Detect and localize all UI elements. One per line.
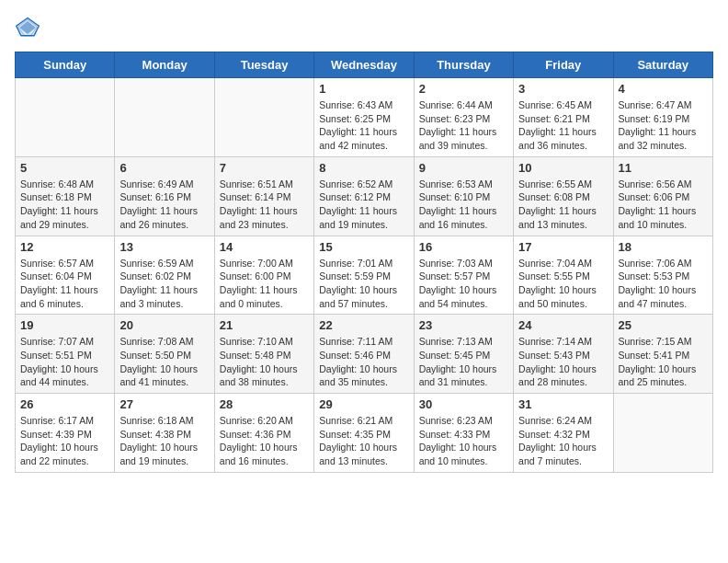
calendar-header-row: SundayMondayTuesdayWednesdayThursdayFrid… (16, 52, 713, 78)
day-of-week-header: Thursday (414, 52, 513, 78)
page-header (15, 15, 713, 40)
day-of-week-header: Monday (115, 52, 214, 78)
calendar-cell: 30Sunrise: 6:23 AM Sunset: 4:33 PM Dayli… (414, 394, 513, 473)
calendar-cell (214, 78, 313, 157)
day-of-week-header: Tuesday (214, 52, 313, 78)
day-of-week-header: Friday (514, 52, 613, 78)
calendar-cell: 25Sunrise: 7:15 AM Sunset: 5:41 PM Dayli… (613, 315, 712, 394)
calendar-cell: 27Sunrise: 6:18 AM Sunset: 4:38 PM Dayli… (115, 394, 214, 473)
calendar-cell: 12Sunrise: 6:57 AM Sunset: 6:04 PM Dayli… (16, 236, 115, 315)
calendar-cell: 29Sunrise: 6:21 AM Sunset: 4:35 PM Dayli… (314, 394, 414, 473)
calendar-week-row: 12Sunrise: 6:57 AM Sunset: 6:04 PM Dayli… (16, 236, 713, 315)
calendar-cell: 16Sunrise: 7:03 AM Sunset: 5:57 PM Dayli… (414, 236, 513, 315)
day-number: 9 (419, 161, 508, 175)
day-number: 19 (20, 318, 109, 332)
calendar-cell: 19Sunrise: 7:07 AM Sunset: 5:51 PM Dayli… (16, 315, 115, 394)
day-of-week-header: Wednesday (314, 52, 414, 78)
day-info: Sunrise: 7:01 AM Sunset: 5:59 PM Dayligh… (319, 257, 408, 311)
calendar-week-row: 1Sunrise: 6:43 AM Sunset: 6:25 PM Daylig… (16, 78, 713, 157)
day-info: Sunrise: 7:00 AM Sunset: 6:00 PM Dayligh… (220, 257, 309, 311)
day-info: Sunrise: 6:53 AM Sunset: 6:10 PM Dayligh… (419, 178, 508, 232)
calendar-cell: 5Sunrise: 6:48 AM Sunset: 6:18 PM Daylig… (16, 156, 115, 236)
day-number: 6 (119, 161, 209, 175)
day-info: Sunrise: 7:06 AM Sunset: 5:53 PM Dayligh… (619, 257, 708, 311)
calendar-cell: 20Sunrise: 7:08 AM Sunset: 5:50 PM Dayli… (115, 315, 214, 394)
day-number: 31 (518, 397, 608, 411)
day-info: Sunrise: 6:18 AM Sunset: 4:38 PM Dayligh… (119, 414, 209, 468)
day-info: Sunrise: 7:04 AM Sunset: 5:55 PM Dayligh… (518, 257, 608, 311)
calendar-cell: 11Sunrise: 6:56 AM Sunset: 6:06 PM Dayli… (613, 156, 712, 236)
day-info: Sunrise: 6:45 AM Sunset: 6:21 PM Dayligh… (518, 98, 608, 153)
calendar-cell: 24Sunrise: 7:14 AM Sunset: 5:43 PM Dayli… (514, 315, 613, 394)
day-number: 12 (20, 240, 109, 254)
calendar-cell (115, 78, 214, 157)
day-number: 21 (220, 318, 309, 332)
day-number: 2 (419, 82, 508, 96)
day-number: 7 (220, 161, 309, 175)
calendar-cell: 1Sunrise: 6:43 AM Sunset: 6:25 PM Daylig… (314, 78, 414, 157)
calendar-cell: 17Sunrise: 7:04 AM Sunset: 5:55 PM Dayli… (514, 236, 613, 315)
day-info: Sunrise: 6:48 AM Sunset: 6:18 PM Dayligh… (20, 178, 109, 232)
day-info: Sunrise: 7:10 AM Sunset: 5:48 PM Dayligh… (220, 335, 309, 389)
day-number: 17 (518, 240, 608, 254)
day-of-week-header: Saturday (613, 52, 712, 78)
day-info: Sunrise: 7:08 AM Sunset: 5:50 PM Dayligh… (119, 335, 209, 389)
calendar-cell (613, 394, 712, 473)
day-info: Sunrise: 6:59 AM Sunset: 6:02 PM Dayligh… (119, 257, 209, 311)
day-number: 20 (119, 318, 209, 332)
calendar-cell: 26Sunrise: 6:17 AM Sunset: 4:39 PM Dayli… (16, 394, 115, 473)
day-number: 16 (419, 240, 508, 254)
day-number: 25 (619, 318, 708, 332)
calendar-cell: 8Sunrise: 6:52 AM Sunset: 6:12 PM Daylig… (314, 156, 414, 236)
calendar-cell: 18Sunrise: 7:06 AM Sunset: 5:53 PM Dayli… (613, 236, 712, 315)
calendar-cell: 3Sunrise: 6:45 AM Sunset: 6:21 PM Daylig… (514, 78, 613, 157)
calendar-cell: 15Sunrise: 7:01 AM Sunset: 5:59 PM Dayli… (314, 236, 414, 315)
day-number: 14 (220, 240, 309, 254)
calendar-cell: 14Sunrise: 7:00 AM Sunset: 6:00 PM Dayli… (214, 236, 313, 315)
calendar-cell: 13Sunrise: 6:59 AM Sunset: 6:02 PM Dayli… (115, 236, 214, 315)
day-number: 13 (119, 240, 209, 254)
calendar-cell: 2Sunrise: 6:44 AM Sunset: 6:23 PM Daylig… (414, 78, 513, 157)
day-number: 10 (518, 161, 608, 175)
day-info: Sunrise: 6:24 AM Sunset: 4:32 PM Dayligh… (518, 414, 608, 468)
calendar-cell: 21Sunrise: 7:10 AM Sunset: 5:48 PM Dayli… (214, 315, 313, 394)
day-number: 8 (319, 161, 408, 175)
day-number: 24 (518, 318, 608, 332)
day-number: 1 (319, 82, 408, 96)
day-info: Sunrise: 7:13 AM Sunset: 5:45 PM Dayligh… (419, 335, 508, 389)
day-number: 18 (619, 240, 708, 254)
calendar-week-row: 19Sunrise: 7:07 AM Sunset: 5:51 PM Dayli… (16, 315, 713, 394)
day-number: 27 (119, 397, 209, 411)
logo (15, 15, 44, 40)
day-number: 23 (419, 318, 508, 332)
day-number: 22 (319, 318, 408, 332)
calendar-cell: 22Sunrise: 7:11 AM Sunset: 5:46 PM Dayli… (314, 315, 414, 394)
day-number: 30 (419, 397, 508, 411)
day-info: Sunrise: 6:20 AM Sunset: 4:36 PM Dayligh… (220, 414, 309, 468)
calendar-cell: 28Sunrise: 6:20 AM Sunset: 4:36 PM Dayli… (214, 394, 313, 473)
day-info: Sunrise: 6:44 AM Sunset: 6:23 PM Dayligh… (419, 98, 508, 153)
day-info: Sunrise: 7:03 AM Sunset: 5:57 PM Dayligh… (419, 257, 508, 311)
day-info: Sunrise: 6:49 AM Sunset: 6:16 PM Dayligh… (119, 178, 209, 232)
day-number: 3 (518, 82, 608, 96)
day-info: Sunrise: 7:15 AM Sunset: 5:41 PM Dayligh… (619, 335, 708, 389)
day-number: 28 (220, 397, 309, 411)
day-number: 5 (20, 161, 109, 175)
day-info: Sunrise: 6:23 AM Sunset: 4:33 PM Dayligh… (419, 414, 508, 468)
day-number: 4 (619, 82, 708, 96)
calendar-cell: 9Sunrise: 6:53 AM Sunset: 6:10 PM Daylig… (414, 156, 513, 236)
calendar-cell: 4Sunrise: 6:47 AM Sunset: 6:19 PM Daylig… (613, 78, 712, 157)
day-info: Sunrise: 6:47 AM Sunset: 6:19 PM Dayligh… (619, 98, 708, 153)
calendar-table: SundayMondayTuesdayWednesdayThursdayFrid… (15, 52, 713, 473)
calendar-cell: 10Sunrise: 6:55 AM Sunset: 6:08 PM Dayli… (514, 156, 613, 236)
calendar-week-row: 5Sunrise: 6:48 AM Sunset: 6:18 PM Daylig… (16, 156, 713, 236)
day-number: 26 (20, 397, 109, 411)
calendar-week-row: 26Sunrise: 6:17 AM Sunset: 4:39 PM Dayli… (16, 394, 713, 473)
day-info: Sunrise: 7:11 AM Sunset: 5:46 PM Dayligh… (319, 335, 408, 389)
day-info: Sunrise: 6:57 AM Sunset: 6:04 PM Dayligh… (20, 257, 109, 311)
day-number: 15 (319, 240, 408, 254)
calendar-cell: 7Sunrise: 6:51 AM Sunset: 6:14 PM Daylig… (214, 156, 313, 236)
day-info: Sunrise: 7:07 AM Sunset: 5:51 PM Dayligh… (20, 335, 109, 389)
calendar-cell (16, 78, 115, 157)
calendar-cell: 23Sunrise: 7:13 AM Sunset: 5:45 PM Dayli… (414, 315, 513, 394)
